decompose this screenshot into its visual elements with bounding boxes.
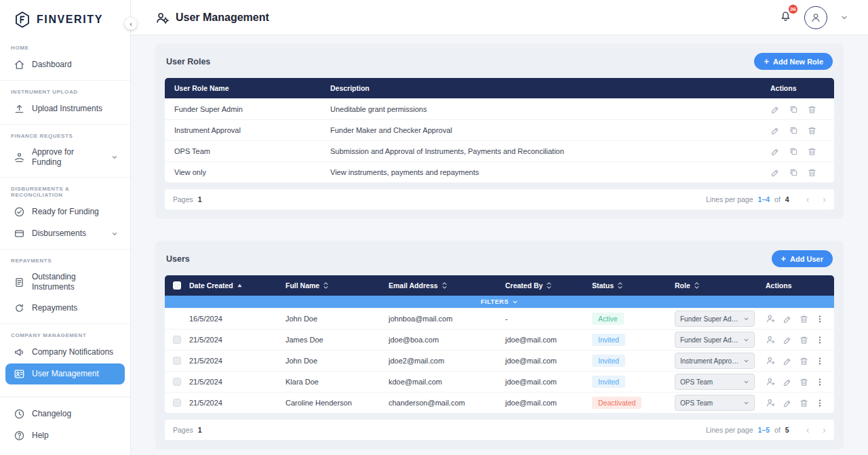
delete-icon[interactable] [807, 104, 817, 115]
role-select[interactable]: Funder Super Admin [675, 332, 755, 348]
copy-icon[interactable] [789, 125, 799, 136]
user-management-icon [155, 11, 169, 24]
notifications-button[interactable]: 36 [779, 9, 792, 25]
delete-icon[interactable] [807, 167, 817, 178]
edit-icon[interactable] [770, 146, 781, 157]
row-checkbox[interactable] [173, 336, 181, 344]
next-page-button[interactable]: › [823, 425, 826, 435]
edit-icon[interactable] [783, 335, 793, 345]
role-name: OPS Team [174, 147, 330, 155]
sort-icon[interactable] [546, 281, 552, 290]
delete-icon[interactable] [799, 356, 809, 366]
chevron-down-icon [743, 337, 749, 343]
sidebar-item-label: Changelog [32, 409, 71, 419]
section-label-home: HOME [0, 38, 130, 54]
row-actions [766, 355, 826, 366]
table-row: Funder Super Admin Uneditable grant perm… [165, 98, 834, 119]
sidebar-item-user-management[interactable]: User Management [5, 363, 125, 384]
edit-icon[interactable] [770, 104, 781, 115]
delete-icon[interactable] [799, 335, 809, 345]
document-icon [14, 277, 25, 288]
chevron-down-icon[interactable] [840, 13, 849, 22]
table-row: 21/5/2024 Caroline Henderson chanderson@… [165, 392, 834, 413]
sidebar-collapse-button[interactable]: ‹ [125, 18, 137, 30]
next-page-button[interactable]: › [823, 195, 826, 204]
pagination-controls: ‹ › [806, 195, 826, 204]
lines-total: 5 [785, 426, 789, 434]
column-created-by[interactable]: Created By [505, 281, 592, 290]
role-select[interactable]: OPS Team [675, 395, 755, 411]
edit-icon[interactable] [783, 314, 793, 324]
edit-icon[interactable] [783, 398, 793, 408]
sort-icon[interactable] [617, 281, 623, 290]
kebab-menu-icon[interactable] [815, 377, 825, 387]
column-status[interactable]: Status [592, 281, 675, 290]
sidebar-item-help[interactable]: Help [5, 425, 125, 446]
sort-icon[interactable] [323, 281, 329, 290]
sidebar-item-changelog[interactable]: Changelog [5, 403, 125, 424]
role-select[interactable]: Instrument Approval [675, 353, 755, 369]
lines-range[interactable]: 1–4 [758, 195, 770, 203]
sort-icon[interactable] [441, 281, 448, 290]
edit-icon[interactable] [783, 377, 793, 387]
lines-range[interactable]: 1–5 [758, 426, 770, 434]
role-description: Funder Maker and Checker Approval [330, 126, 770, 134]
copy-icon[interactable] [789, 146, 799, 157]
sidebar-item-outstanding-instruments[interactable]: Outstanding Instruments [5, 267, 125, 297]
resend-invite-icon[interactable] [766, 355, 776, 366]
delete-icon[interactable] [799, 377, 809, 387]
row-checkbox[interactable] [173, 315, 181, 323]
resend-invite-icon[interactable] [766, 334, 776, 345]
row-actions [770, 146, 825, 157]
column-actions: Actions [766, 281, 826, 290]
delete-icon[interactable] [807, 146, 817, 157]
row-checkbox[interactable] [173, 357, 181, 365]
edit-icon[interactable] [770, 167, 781, 178]
kebab-menu-icon[interactable] [815, 356, 825, 366]
sort-icon[interactable] [694, 281, 700, 290]
resend-invite-icon[interactable] [766, 313, 776, 324]
prev-page-button[interactable]: ‹ [806, 195, 810, 204]
user-full-name: John Doe [285, 315, 389, 323]
brand-logo[interactable]: FINVERITY [0, 0, 130, 37]
avatar[interactable] [804, 6, 827, 29]
delete-icon[interactable] [799, 314, 809, 324]
select-all-checkbox[interactable] [173, 281, 181, 290]
copy-icon[interactable] [789, 104, 799, 115]
row-checkbox[interactable] [173, 399, 181, 407]
column-email-address[interactable]: Email Address [389, 281, 505, 290]
sidebar-item-ready-for-funding[interactable]: Ready for Funding [5, 201, 125, 222]
column-date-created[interactable]: Date Created [189, 281, 285, 290]
user-roles-card: User Roles + Add New Role User Role Name… [155, 43, 844, 219]
sidebar-item-disbursements[interactable]: Disbursements [5, 223, 125, 244]
row-checkbox[interactable] [173, 378, 181, 386]
users-card: Users + Add User Date Created [155, 241, 844, 450]
kebab-menu-icon[interactable] [815, 398, 825, 408]
role-select[interactable]: Funder Super Admin [675, 311, 755, 327]
sidebar-item-company-notifications[interactable]: Company Notifications [5, 342, 125, 363]
add-new-role-button[interactable]: + Add New Role [754, 53, 833, 70]
filters-bar[interactable]: FILTERS [165, 296, 834, 308]
app-root: FINVERITY HOME Dashboard INSTRUMENT UPLO… [0, 0, 868, 455]
delete-icon[interactable] [799, 398, 809, 408]
prev-page-button[interactable]: ‹ [806, 425, 810, 435]
column-role[interactable]: Role [675, 281, 766, 290]
edit-icon[interactable] [770, 125, 781, 136]
role-select[interactable]: OPS Team [675, 374, 755, 390]
copy-icon[interactable] [789, 167, 799, 178]
sidebar-item-dashboard[interactable]: Dashboard [5, 54, 125, 75]
sidebar-item-repayments[interactable]: Repayments [5, 298, 125, 319]
sort-asc-icon[interactable] [237, 283, 243, 288]
delete-icon[interactable] [807, 125, 817, 136]
add-user-button[interactable]: + Add User [772, 250, 833, 267]
kebab-menu-icon[interactable] [815, 314, 825, 324]
table-row: 21/5/2024 James Doe jdoe@boa.com jdoe@ma… [165, 329, 834, 350]
nav-section-disbursements: DISBURSEMENTS & RECONCILIATION Ready for… [0, 178, 130, 250]
sidebar-item-approve-for-funding[interactable]: Approve for Funding [5, 142, 125, 172]
edit-icon[interactable] [783, 356, 793, 366]
resend-invite-icon[interactable] [766, 397, 776, 408]
resend-invite-icon[interactable] [766, 376, 776, 387]
kebab-menu-icon[interactable] [815, 335, 825, 345]
sidebar-item-upload-instruments[interactable]: Upload Instruments [5, 98, 125, 119]
column-full-name[interactable]: Full Name [285, 281, 389, 290]
